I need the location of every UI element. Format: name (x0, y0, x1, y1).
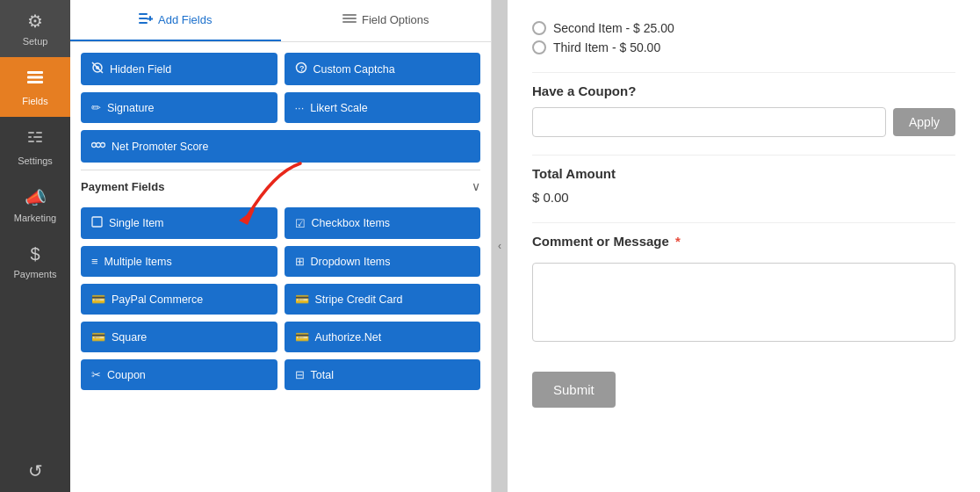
checkbox-items-button[interactable]: ☑ Checkbox Items (285, 207, 481, 239)
tab-field-options-label: Field Options (362, 13, 429, 26)
single-item-label: Single Item (109, 217, 164, 229)
svg-rect-2 (27, 81, 43, 83)
svg-rect-14 (342, 14, 357, 16)
custom-captcha-label: Custom Captcha (313, 63, 395, 76)
radio-label-1: Third Item - $ 50.00 (553, 40, 660, 54)
svg-rect-4 (28, 136, 32, 138)
svg-rect-8 (36, 141, 42, 142)
total-button[interactable]: ⊟ Total (285, 359, 481, 390)
multiple-items-icon: ≡ (91, 255, 98, 268)
single-item-button[interactable]: Single Item (81, 207, 277, 239)
standard-fields-grid: Hidden Field ? Custom Captcha ✏ Signatur… (81, 53, 480, 163)
sidebar-label-fields: Fields (22, 96, 47, 106)
total-value: $ 0.00 (532, 190, 955, 205)
hidden-field-icon (91, 62, 104, 76)
svg-point-22 (92, 143, 97, 148)
likert-scale-label: Likert Scale (310, 102, 367, 114)
square-icon: 💳 (91, 330, 105, 344)
checkbox-items-icon: ☑ (295, 217, 306, 230)
custom-captcha-button[interactable]: ? Custom Captcha (285, 53, 481, 85)
form-preview: Second Item - $ 25.00 Third Item - $ 50.… (508, 0, 980, 492)
radio-label-0: Second Item - $ 25.00 (553, 21, 674, 35)
divider-2 (532, 155, 955, 156)
main-panel: Add Fields Field Options (70, 0, 492, 492)
svg-rect-5 (28, 141, 34, 142)
payment-fields-grid: Single Item ☑ Checkbox Items ≡ Multiple … (81, 207, 480, 390)
gear-icon: ⚙ (27, 11, 43, 32)
likert-scale-icon: ··· (295, 101, 305, 114)
divider-3 (532, 222, 955, 223)
sidebar-label-marketing: Marketing (14, 213, 56, 223)
signature-button[interactable]: ✏ Signature (81, 92, 277, 123)
net-promoter-score-button[interactable]: Net Promoter Score (81, 130, 480, 163)
collapse-panel-button[interactable]: ‹ (492, 0, 508, 492)
dropdown-items-label: Dropdown Items (311, 256, 391, 268)
svg-point-23 (97, 143, 101, 148)
required-asterisk: * (675, 234, 681, 249)
svg-text:?: ? (299, 64, 305, 73)
coupon-input[interactable] (532, 107, 886, 137)
hidden-field-button[interactable]: Hidden Field (81, 53, 277, 85)
payment-section-title: Payment Fields (81, 180, 164, 193)
apply-button[interactable]: Apply (893, 108, 955, 136)
square-button[interactable]: 💳 Square (81, 322, 277, 352)
sidebar-item-setup[interactable]: ⚙ Setup (0, 0, 70, 57)
history-icon: ↺ (28, 460, 43, 481)
svg-rect-1 (27, 76, 43, 79)
submit-button[interactable]: Submit (532, 372, 616, 408)
settings-icon (25, 127, 45, 151)
stripe-credit-card-button[interactable]: 💳 Stripe Credit Card (285, 284, 481, 315)
tab-add-fields[interactable]: Add Fields (70, 0, 281, 41)
net-promoter-score-icon (91, 139, 105, 154)
payment-section-header[interactable]: Payment Fields ∨ (81, 179, 480, 193)
svg-rect-9 (139, 13, 148, 15)
coupon-button[interactable]: ✂ Coupon (81, 359, 277, 390)
svg-point-24 (101, 143, 105, 148)
paypal-commerce-icon: 💳 (91, 293, 105, 306)
likert-scale-button[interactable]: ··· Likert Scale (285, 92, 481, 123)
comment-section: Comment or Message * (532, 234, 955, 345)
tab-field-options[interactable]: Field Options (281, 0, 492, 41)
add-fields-icon (139, 12, 153, 27)
authorize-net-label: Authorize.Net (315, 331, 382, 344)
sidebar-item-settings[interactable]: Settings (0, 117, 70, 177)
sidebar-label-setup: Setup (23, 36, 48, 47)
sidebar-item-marketing[interactable]: 📣 Marketing (0, 177, 70, 234)
items-section: Second Item - $ 25.00 Third Item - $ 50.… (532, 21, 955, 54)
svg-rect-10 (139, 18, 148, 19)
sidebar-item-payments[interactable]: $ Payments (0, 234, 70, 290)
svg-rect-11 (139, 22, 148, 24)
tab-add-fields-label: Add Fields (158, 13, 212, 26)
coupon-row: Apply (532, 107, 955, 137)
authorize-net-button[interactable]: 💳 Authorize.Net (285, 322, 481, 352)
authorize-net-icon: 💳 (295, 330, 309, 344)
coupon-label: Coupon (107, 369, 146, 381)
radio-circle-1 (532, 40, 546, 54)
svg-rect-7 (33, 136, 42, 138)
dropdown-items-button[interactable]: ⊞ Dropdown Items (285, 246, 481, 277)
multiple-items-label: Multiple Items (104, 256, 172, 268)
fields-icon (25, 68, 45, 91)
payment-section-chevron: ∨ (472, 179, 480, 193)
sidebar-label-settings: Settings (18, 156, 53, 166)
divider-1 (532, 72, 955, 73)
single-item-icon (91, 216, 103, 230)
paypal-commerce-button[interactable]: 💳 PayPal Commerce (81, 284, 277, 315)
square-label: Square (112, 331, 147, 344)
comment-label: Comment or Message * (532, 234, 955, 249)
svg-rect-26 (92, 217, 102, 227)
sidebar: ⚙ Setup Fields Settings 📣 Market (0, 0, 70, 492)
coupon-section: Have a Coupon? Apply (532, 83, 955, 137)
sidebar-item-fields[interactable]: Fields (0, 57, 70, 117)
total-label: Total (311, 369, 334, 381)
multiple-items-button[interactable]: ≡ Multiple Items (81, 246, 277, 277)
dropdown-items-icon: ⊞ (295, 255, 305, 268)
svg-rect-0 (27, 71, 43, 74)
payments-icon: $ (30, 244, 40, 264)
coupon-label: Have a Coupon? (532, 83, 955, 98)
sidebar-item-history[interactable]: ↺ (0, 450, 70, 492)
sidebar-label-payments: Payments (14, 269, 57, 279)
svg-line-19 (92, 62, 103, 73)
svg-rect-6 (36, 132, 42, 134)
comment-textarea[interactable] (532, 263, 955, 342)
